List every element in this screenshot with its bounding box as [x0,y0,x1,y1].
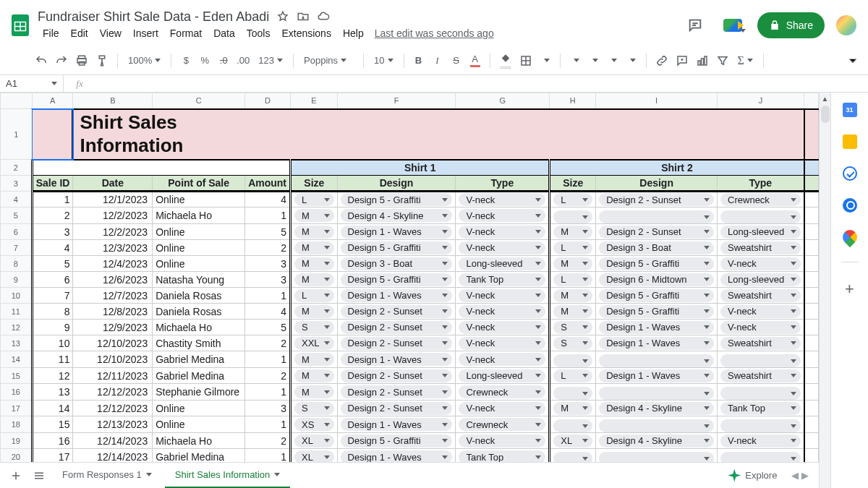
dropdown-chip[interactable]: V-neck [459,241,545,254]
dropdown-chip[interactable] [599,452,714,462]
all-sheets-icon[interactable] [29,466,49,486]
dropdown-chip[interactable]: Design 2 - Sunset [599,193,714,206]
dropdown-chip[interactable]: Design 4 - Skyline [341,209,453,222]
menu-edit[interactable]: Edit [66,26,93,40]
menu-insert[interactable]: Insert [128,26,163,40]
dropdown-chip[interactable]: V-neck [459,353,545,366]
dropdown-chip[interactable]: V-neck [459,305,545,318]
dropdown-chip[interactable]: Design 5 - Graffiti [341,193,453,206]
col-header[interactable]: F [337,93,456,109]
format-currency[interactable]: $ [177,51,195,70]
dropdown-chip[interactable]: M [294,305,334,318]
undo-icon[interactable] [32,51,51,70]
star-icon[interactable] [276,10,289,23]
dropdown-chip[interactable]: Design 2 - Sunset [599,226,714,239]
dropdown-chip[interactable]: Design 2 - Sunset [341,337,453,350]
calendar-icon[interactable] [843,103,857,117]
borders-icon[interactable] [516,51,535,70]
dropdown-chip[interactable]: V-neck [459,435,545,448]
col-header[interactable]: J [718,93,804,109]
dropdown-chip[interactable]: Design 2 - Sunset [341,385,453,398]
wrap-icon[interactable] [604,51,621,70]
dropdown-chip[interactable]: XL [294,435,334,448]
dropdown-chip[interactable]: M [553,402,592,415]
doc-title[interactable]: Fundraiser Shirt Sale Data - Eden Abadi [38,9,269,25]
last-edit-link[interactable]: Last edit was seconds ago [375,27,494,39]
strike-icon[interactable]: S [448,51,465,70]
decrease-decimal[interactable]: .0 [215,51,232,70]
dropdown-chip[interactable]: Sweatshirt [720,241,800,254]
dropdown-chip[interactable] [553,452,592,462]
menu-format[interactable]: Format [165,26,207,40]
dropdown-chip[interactable] [553,354,592,367]
functions-icon[interactable]: Σ [733,51,757,70]
name-box[interactable]: A1 [0,75,64,92]
dropdown-chip[interactable]: L [553,273,592,286]
dropdown-chip[interactable]: Design 1 - Waves [341,226,453,239]
dropdown-chip[interactable]: L [553,369,592,382]
dropdown-chip[interactable]: M [294,241,334,254]
cell-A1[interactable] [32,109,73,160]
comment-history-icon[interactable] [682,12,708,38]
dropdown-chip[interactable]: L [294,193,334,206]
dropdown-chip[interactable]: V-neck [459,193,545,206]
menu-view[interactable]: View [95,26,127,40]
tasks-icon[interactable] [843,166,857,181]
dropdown-chip[interactable]: Design 1 - Waves [599,337,714,350]
link-icon[interactable] [652,51,671,70]
dropdown-chip[interactable] [720,354,800,367]
halign-icon[interactable] [566,51,584,70]
col-header[interactable]: D [245,93,291,109]
dropdown-chip[interactable]: M [294,385,334,398]
meet-icon[interactable] [718,11,747,40]
dropdown-chip[interactable]: Design 2 - Sunset [341,305,453,318]
col-header[interactable]: E [291,93,338,109]
dropdown-chip[interactable] [553,210,592,223]
dropdown-chip[interactable]: V-neck [459,289,545,302]
dropdown-chip[interactable]: Tank Top [459,450,545,462]
menu-help[interactable]: Help [338,26,369,40]
dropdown-chip[interactable]: M [553,305,592,318]
dropdown-chip[interactable] [720,419,800,432]
dropdown-chip[interactable]: Tank Top [720,402,800,415]
format-percent[interactable]: % [196,51,213,70]
collapse-toolbar-icon[interactable] [843,51,862,70]
dropdown-chip[interactable]: Design 1 - Waves [341,353,453,366]
dropdown-chip[interactable]: V-neck [720,257,800,270]
keep-icon[interactable] [843,134,857,149]
dropdown-chip[interactable] [599,387,714,400]
dropdown-chip[interactable]: Design 6 - Midtown [599,273,714,286]
contacts-icon[interactable] [843,198,857,213]
valign-icon[interactable] [585,51,603,70]
menu-data[interactable]: Data [208,26,240,40]
dropdown-chip[interactable]: XXL [294,337,334,350]
filter-icon[interactable] [713,51,732,70]
dropdown-chip[interactable]: Design 1 - Waves [341,418,453,431]
rotate-icon[interactable]: A [623,51,640,70]
cloud-status-icon[interactable] [317,10,330,23]
share-button[interactable]: Share [757,12,825,38]
menu-tools[interactable]: Tools [242,26,276,40]
dropdown-chip[interactable]: M [294,353,334,366]
dropdown-chip[interactable] [720,210,800,223]
dropdown-chip[interactable]: M [294,209,334,222]
increase-decimal[interactable]: .00 [234,51,252,70]
row-header[interactable]: 1 [1,109,33,160]
dropdown-chip[interactable]: Crewneck [459,385,545,398]
tab-shirt-sales[interactable]: Shirt Sales Information [165,463,291,489]
dropdown-chip[interactable]: Design 2 - Sunset [341,321,453,334]
italic-icon[interactable]: I [429,51,446,70]
account-avatar[interactable] [835,14,858,37]
font-family-select[interactable]: Poppins [299,51,357,70]
dropdown-chip[interactable]: S [294,402,334,415]
sheets-logo[interactable] [6,11,35,40]
col-header[interactable]: H [550,93,596,109]
dropdown-chip[interactable]: Design 2 - Sunset [341,369,453,382]
dropdown-chip[interactable]: Long-sleeved [720,273,800,286]
addons-plus-icon[interactable]: + [845,280,854,299]
dropdown-chip[interactable]: XL [294,450,334,462]
move-icon[interactable] [297,10,310,23]
dropdown-chip[interactable]: M [294,257,334,270]
tab-nav[interactable]: ◀ ▶ [787,470,813,481]
dropdown-chip[interactable]: L [294,289,334,302]
